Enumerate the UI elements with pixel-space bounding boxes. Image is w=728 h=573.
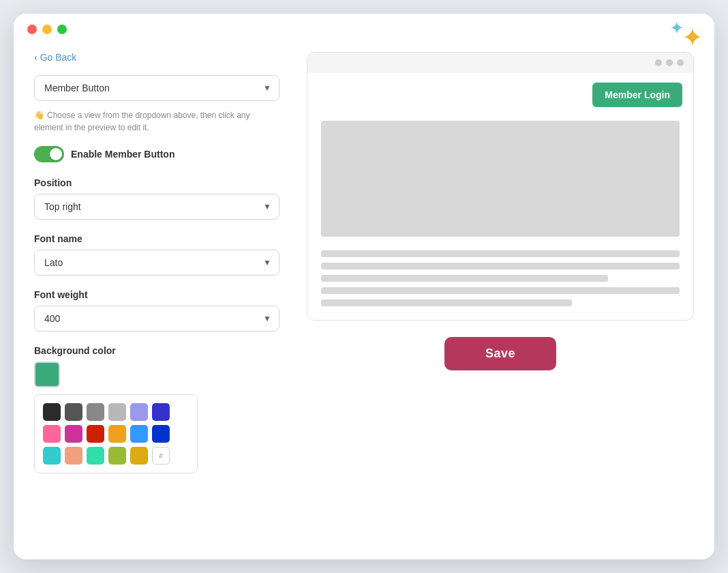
preview-line [321, 299, 572, 306]
color-swatch[interactable] [43, 447, 61, 465]
background-color-preview[interactable] [34, 362, 60, 387]
color-swatch[interactable] [87, 425, 104, 443]
preview-line [321, 287, 680, 294]
member-login-preview-button[interactable]: Member Login [592, 83, 682, 107]
font-name-section: Font name Lato Arial Roboto Open Sans ▼ [34, 233, 279, 276]
enable-member-button-toggle[interactable] [34, 146, 64, 162]
color-swatch[interactable] [108, 403, 126, 421]
position-section: Position Top right Top left Bottom right… [34, 177, 279, 220]
color-swatch[interactable] [130, 425, 148, 443]
preview-line [321, 263, 680, 269]
left-panel: ‹ Go Back Member Button Header Footer ▼ … [34, 52, 279, 487]
hint-emoji: 👋 [34, 111, 44, 120]
preview-line [321, 250, 680, 257]
browser-content: Member Login [307, 73, 693, 320]
background-color-section: Background color [34, 345, 279, 473]
enable-toggle-row: Enable Member Button [34, 146, 279, 162]
view-dropdown[interactable]: Member Button Header Footer [34, 75, 279, 101]
browser-preview: Member Login [307, 52, 694, 321]
position-dropdown[interactable]: Top right Top left Bottom right Bottom l… [34, 194, 279, 220]
color-swatch[interactable] [65, 403, 82, 421]
color-swatch[interactable] [130, 403, 148, 421]
color-swatch[interactable] [108, 425, 126, 443]
right-panel: Member Login Save [307, 52, 694, 487]
browser-bar [307, 53, 693, 73]
hex-color-input[interactable]: # [152, 447, 170, 465]
font-weight-dropdown[interactable]: 400 100 200 300 500 600 700 800 900 [34, 306, 279, 332]
color-swatch[interactable] [43, 403, 61, 421]
go-back-label: Go Back [40, 52, 77, 63]
font-weight-section: Font weight 400 100 200 300 500 600 700 … [34, 289, 279, 332]
font-weight-label: Font weight [34, 289, 279, 300]
large-sparkle-icon: ✦ [682, 25, 703, 50]
position-label: Position [34, 177, 279, 188]
close-dot[interactable] [27, 25, 37, 34]
save-button[interactable]: Save [444, 337, 556, 370]
browser-dot [666, 59, 673, 66]
sparkle-decoration: ✦ ✦ [669, 19, 703, 50]
preview-line [321, 275, 608, 282]
font-name-dropdown-wrapper: Lato Arial Roboto Open Sans ▼ [34, 250, 279, 276]
color-palette: # [34, 394, 198, 473]
preview-image-placeholder [321, 121, 680, 237]
color-swatch[interactable] [130, 447, 148, 465]
enable-member-button-label: Enable Member Button [71, 149, 175, 160]
minimize-dot[interactable] [42, 25, 52, 34]
font-weight-dropdown-wrapper: 400 100 200 300 500 600 700 800 900 ▼ [34, 306, 279, 332]
font-name-label: Font name [34, 233, 279, 244]
color-swatch[interactable] [87, 403, 104, 421]
color-swatch[interactable] [152, 425, 170, 443]
go-back-link[interactable]: ‹ Go Back [34, 52, 279, 63]
position-dropdown-wrapper: Top right Top left Bottom right Bottom l… [34, 194, 279, 220]
color-swatch[interactable] [87, 447, 104, 465]
maximize-dot[interactable] [57, 25, 67, 34]
background-color-label: Background color [34, 345, 279, 356]
color-swatch[interactable] [65, 425, 82, 443]
content-area: ‹ Go Back Member Button Header Footer ▼ … [14, 45, 714, 508]
color-swatch[interactable] [65, 447, 82, 465]
view-dropdown-wrapper: Member Button Header Footer ▼ [34, 75, 279, 101]
main-window: ✦ ✦ ‹ Go Back Member Button Header Foote… [14, 14, 714, 559]
font-name-dropdown[interactable]: Lato Arial Roboto Open Sans [34, 250, 279, 276]
preview-text-lines [321, 250, 680, 306]
color-swatch[interactable] [108, 447, 126, 465]
hint-text: 👋Choose a view from the dropdown above, … [34, 109, 279, 134]
browser-dot [677, 59, 684, 66]
color-swatch[interactable] [43, 425, 61, 443]
title-bar: ✦ ✦ [14, 14, 714, 45]
browser-dot [655, 59, 662, 66]
chevron-left-icon: ‹ [34, 52, 37, 63]
color-swatch[interactable] [152, 403, 170, 421]
